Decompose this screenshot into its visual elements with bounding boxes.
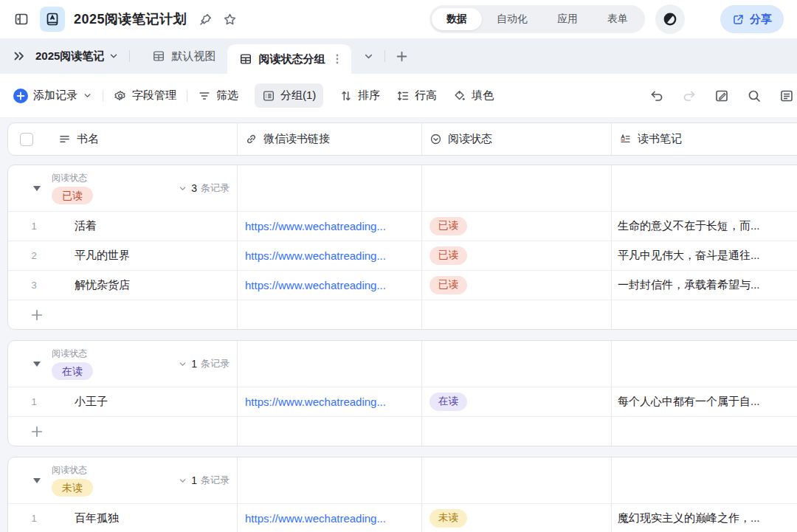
row-height-button[interactable]: 行高	[396, 89, 437, 103]
redo-button[interactable]	[682, 89, 697, 103]
add-row[interactable]	[8, 300, 797, 329]
collapse-triangle-icon[interactable]	[33, 478, 41, 483]
star-icon[interactable]	[223, 13, 237, 27]
view-tab-label: 默认视图	[171, 49, 215, 63]
add-record-label: 添加记录	[33, 89, 77, 103]
group-value-badge[interactable]: 未读	[52, 479, 93, 497]
cell-note: 生命的意义不在于长短，而...	[618, 219, 760, 233]
cell-book-title: 解忧杂货店	[75, 278, 130, 292]
cell-note: 一封封信件，承载着希望与...	[618, 278, 760, 292]
cell-note: 平凡中见伟大，奋斗是通往...	[618, 249, 760, 263]
table-row[interactable]: 1 活着 https://www.wechatreading... 已读 生命的…	[8, 211, 797, 241]
table-content-area: 书名 微信读书链接 阅读状态	[0, 118, 797, 532]
divider	[187, 90, 187, 102]
row-number: 1	[8, 396, 60, 407]
chevron-down-icon	[83, 91, 92, 100]
column-header-status[interactable]: 阅读状态	[421, 123, 611, 155]
column-label: 读书笔记	[638, 132, 682, 146]
table-row[interactable]: 2 平凡的世界 https://www.wechatreading... 已读 …	[8, 241, 797, 270]
record-panel-button[interactable]	[779, 89, 794, 103]
edit-record-button[interactable]	[714, 89, 729, 103]
fill-color-label: 填色	[472, 89, 494, 103]
collapse-triangle-icon[interactable]	[33, 186, 41, 191]
view-tab-status-group[interactable]: 阅读状态分组	[227, 44, 351, 74]
share-button[interactable]: 分享	[720, 5, 784, 33]
chevron-down-icon	[178, 184, 187, 193]
group-field-label: 阅读状态	[52, 464, 87, 477]
longtext-field-icon	[619, 133, 632, 145]
tab-automation[interactable]: 自动化	[482, 8, 542, 30]
group-record-count[interactable]: 1 条记录	[178, 474, 230, 487]
tab-apps[interactable]: 应用	[542, 8, 593, 30]
field-manage-button[interactable]: 字段管理	[114, 89, 176, 103]
status-badge[interactable]: 已读	[429, 217, 467, 235]
column-header-title[interactable]: 书名	[8, 123, 237, 155]
cell-link[interactable]: https://www.wechatreading...	[245, 512, 386, 525]
status-badge[interactable]: 未读	[429, 509, 467, 527]
fill-color-button[interactable]: 填色	[453, 89, 494, 103]
sort-button[interactable]: 排序	[339, 89, 380, 103]
toolbar: 添加记录 字段管理 筛选 分组(1)	[0, 74, 797, 118]
status-badge[interactable]: 在读	[429, 393, 467, 410]
view-more-menu-icon[interactable]	[332, 53, 342, 65]
record-count-number: 1	[191, 474, 197, 486]
column-label: 书名	[77, 132, 99, 146]
cell-book-title: 百年孤独	[75, 511, 119, 525]
select-field-icon	[429, 133, 442, 145]
expand-panel-button[interactable]	[12, 49, 27, 63]
pin-icon[interactable]	[199, 13, 213, 27]
chevron-down-icon	[108, 51, 119, 61]
cell-link[interactable]: https://www.wechatreading...	[245, 395, 386, 408]
filter-label: 筛选	[216, 89, 238, 103]
record-count-number: 1	[191, 358, 197, 370]
table-row[interactable]: 3 解忧杂货店 https://www.wechatreading... 已读 …	[8, 270, 797, 300]
search-button[interactable]	[747, 89, 762, 103]
view-list-dropdown[interactable]	[359, 51, 379, 62]
add-row[interactable]	[8, 416, 797, 446]
collapse-triangle-icon[interactable]	[33, 362, 41, 367]
view-tab-default[interactable]: 默认视图	[140, 38, 227, 74]
theme-toggle-button[interactable]	[655, 4, 685, 34]
table-name: 2025阅读笔记	[35, 49, 104, 63]
group-value-badge[interactable]: 在读	[52, 362, 93, 381]
status-badge[interactable]: 已读	[429, 246, 467, 264]
table-switcher[interactable]: 2025阅读笔记	[35, 49, 119, 63]
cell-link[interactable]: https://www.wechatreading...	[245, 220, 386, 232]
mode-tab-group: 数据 自动化 应用 表单	[429, 5, 645, 33]
group-button[interactable]: 分组(1)	[255, 83, 323, 108]
undo-button[interactable]	[649, 89, 664, 103]
share-icon	[732, 13, 745, 26]
paint-bucket-icon	[453, 89, 466, 103]
cell-link[interactable]: https://www.wechatreading...	[245, 279, 386, 291]
group-value-badge[interactable]: 已读	[52, 187, 93, 205]
group-header: 阅读状态 在读 1 条记录	[8, 341, 797, 387]
select-all-checkbox[interactable]	[20, 133, 33, 146]
cell-book-title: 活着	[75, 219, 97, 233]
table-row[interactable]: 1 小王子 https://www.wechatreading... 在读 每个…	[8, 387, 797, 416]
add-record-button[interactable]: 添加记录	[13, 89, 92, 103]
status-badge[interactable]: 已读	[429, 276, 467, 294]
group-card-reading: 阅读状态 在读 1 条记录 1 小王子 https://www.wechatre…	[7, 340, 797, 446]
filter-icon	[198, 89, 211, 103]
add-view-button[interactable]	[391, 50, 413, 63]
group-record-count[interactable]: 1 条记录	[178, 357, 230, 370]
row-number: 1	[8, 221, 60, 232]
grid-view-icon	[152, 49, 165, 63]
group-record-count[interactable]: 3 条记录	[178, 182, 230, 195]
column-header-link[interactable]: 微信读书链接	[237, 123, 421, 155]
cell-book-title: 平凡的世界	[75, 249, 130, 263]
cell-link[interactable]: https://www.wechatreading...	[245, 249, 386, 262]
table-row[interactable]: 1 百年孤独 https://www.wechatreading... 未读 魔…	[8, 503, 797, 532]
column-header-notes[interactable]: 读书笔记	[611, 123, 797, 155]
sidebar-toggle-button[interactable]	[9, 7, 34, 32]
column-label: 阅读状态	[448, 132, 492, 146]
filter-button[interactable]: 筛选	[198, 89, 238, 103]
group-label: 分组(1)	[280, 89, 316, 103]
tab-forms[interactable]: 表单	[593, 8, 643, 30]
divider	[103, 90, 103, 102]
column-label: 微信读书链接	[263, 132, 330, 146]
record-count-suffix: 条记录	[201, 357, 230, 370]
panel-toggle-icon	[14, 12, 29, 27]
tab-data[interactable]: 数据	[432, 8, 482, 30]
chevron-down-icon	[178, 359, 187, 369]
